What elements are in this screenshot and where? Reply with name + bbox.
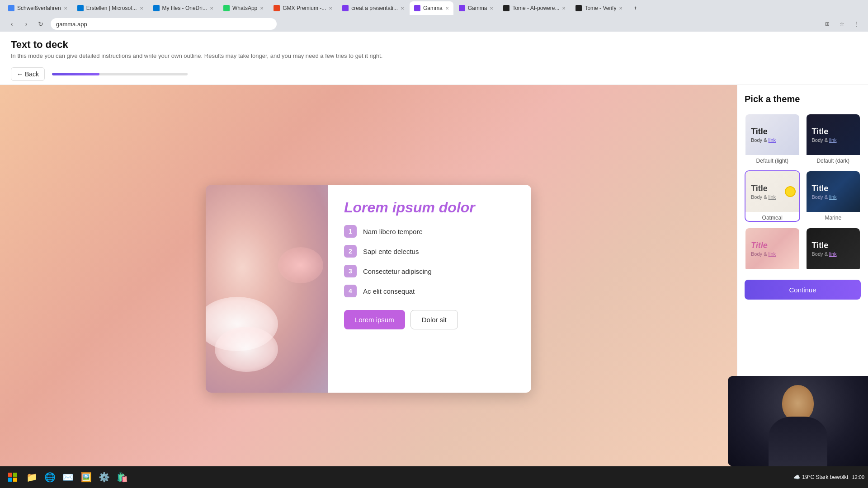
tab-favicon <box>576 5 582 11</box>
taskbar: 📁 🌐 ✉️ 🖼️ ⚙️ 🛍️ ☁️ 19°C Stark bewölkt 12… <box>0 466 868 488</box>
slide-items-list: 1 Nam libero tempore 2 Sapi ente delectu… <box>344 225 515 297</box>
tab-label: Erstellen | Microsof... <box>86 5 137 11</box>
taskbar-icon-files[interactable]: 📁 <box>24 469 40 485</box>
theme-card-pink[interactable]: Title Body & link <box>745 227 800 272</box>
cloud-decoration-2 <box>215 327 278 372</box>
weather-text: 19°C Stark bewölkt <box>802 474 848 480</box>
slide-number-1: 1 <box>344 225 357 238</box>
theme-link-oatmeal: link <box>769 194 776 200</box>
tab-creat-presentation[interactable]: creat a presentati... ✕ <box>338 1 409 15</box>
slide-image-panel <box>206 185 328 393</box>
tab-schweissverfahren[interactable]: Schweißverfahren ✕ <box>4 1 72 15</box>
person-head <box>782 385 814 421</box>
taskbar-icon-mail[interactable]: ✉️ <box>60 469 76 485</box>
tab-erstellen[interactable]: Erstellen | Microsof... ✕ <box>73 1 148 15</box>
theme-title-dark2: Title <box>812 241 855 250</box>
tab-favicon <box>77 5 84 11</box>
tab-close-icon[interactable]: ✕ <box>401 6 404 11</box>
tab-label: Tome - AI-powere... <box>512 5 559 11</box>
bookmark-button[interactable]: ☆ <box>835 18 848 30</box>
progress-bar-container <box>52 73 188 75</box>
svg-rect-0 <box>8 473 12 477</box>
back-nav-button[interactable]: ‹ <box>5 18 18 30</box>
tab-bar: Schweißverfahren ✕ Erstellen | Microsof.… <box>0 0 868 16</box>
tab-label: Schweißverfahren <box>17 5 61 11</box>
person-body <box>769 417 827 466</box>
taskbar-icon-photos[interactable]: 🖼️ <box>78 469 94 485</box>
taskbar-icon-settings[interactable]: ⚙️ <box>96 469 112 485</box>
slide-buttons: Lorem ipsum Dolor sit <box>344 310 515 329</box>
slide-number-3: 3 <box>344 265 357 277</box>
theme-title-oatmeal: Title <box>751 184 794 193</box>
slide-item-text-1: Nam libero tempore <box>363 228 423 235</box>
theme-link-default-dark: link <box>829 137 837 143</box>
webcam-feed <box>728 376 868 466</box>
tab-favicon <box>8 5 14 11</box>
tab-favicon <box>414 5 420 11</box>
tab-close-icon[interactable]: ✕ <box>329 6 332 11</box>
address-bar: ‹ › ↻ gamma.app ⊞ ☆ ⋮ <box>0 16 868 32</box>
url-bar[interactable]: gamma.app <box>51 18 277 30</box>
tab-gamma-active[interactable]: Gamma ✕ <box>410 1 453 15</box>
theme-card-default-light[interactable]: Title Body & link Default (light) <box>745 113 800 165</box>
taskbar-icon-store[interactable]: 🛍️ <box>114 469 130 485</box>
tab-label: creat a presentati... <box>351 5 398 11</box>
tab-gamma2[interactable]: Gamma ✕ <box>454 1 498 15</box>
slide-secondary-button[interactable]: Dolor sit <box>410 310 458 329</box>
tab-close-icon[interactable]: ✕ <box>64 6 67 11</box>
slide-item-1: 1 Nam libero tempore <box>344 225 515 238</box>
tab-favicon <box>503 5 509 11</box>
slide-item-text-3: Consectetur adipiscing <box>363 267 432 275</box>
tab-close-icon[interactable]: ✕ <box>562 6 566 11</box>
nav-buttons: ‹ › ↻ <box>5 18 47 30</box>
progress-area: ← Back <box>0 63 868 85</box>
tab-whatsapp[interactable]: WhatsApp ✕ <box>219 1 268 15</box>
tab-close-icon[interactable]: ✕ <box>445 6 449 11</box>
tab-gmx[interactable]: GMX Premium -... ✕ <box>269 1 337 15</box>
svg-rect-3 <box>13 478 17 482</box>
tab-favicon <box>153 5 160 11</box>
new-tab-button[interactable]: + <box>628 1 642 15</box>
slide-item-text-4: Ac elit consequat <box>363 287 415 295</box>
theme-body-dark2: Body & link <box>812 251 855 257</box>
slide-primary-button[interactable]: Lorem ipsum <box>344 310 405 329</box>
tab-close-icon[interactable]: ✕ <box>210 6 213 11</box>
tab-label: Gamma <box>423 5 443 11</box>
tab-favicon <box>459 5 465 11</box>
slide-item-3: 3 Consectetur adipiscing <box>344 265 515 277</box>
theme-link-pink: link <box>769 251 776 257</box>
webcam-overlay <box>728 376 868 466</box>
svg-rect-2 <box>8 478 12 482</box>
theme-body-default-light: Body & link <box>751 137 794 143</box>
tab-label: WhatsApp <box>232 5 257 11</box>
theme-card-default-dark[interactable]: Title Body & link Default (dark) <box>806 113 861 165</box>
browser-chrome: Schweißverfahren ✕ Erstellen | Microsof.… <box>0 0 868 32</box>
tab-close-icon[interactable]: ✕ <box>490 6 493 11</box>
theme-card-marine[interactable]: Title Body & link Marine <box>806 170 861 222</box>
theme-card-dark2[interactable]: Title Body & link <box>806 227 861 272</box>
slide-item-4: 4 Ac elit consequat <box>344 285 515 297</box>
tab-tome2[interactable]: Tome - Verify ✕ <box>571 1 627 15</box>
start-button[interactable] <box>4 468 22 486</box>
theme-title-default-light: Title <box>751 127 794 136</box>
back-button[interactable]: ← Back <box>11 67 45 81</box>
theme-card-oatmeal[interactable]: Title Body & link Oatmeal <box>745 170 800 222</box>
tab-close-icon[interactable]: ✕ <box>140 6 143 11</box>
settings-button[interactable]: ⋮ <box>850 18 863 30</box>
app-header: Text to deck In this mode you can give d… <box>0 32 868 63</box>
taskbar-right: ☁️ 19°C Stark bewölkt 12:00 <box>793 474 864 480</box>
tab-close-icon[interactable]: ✕ <box>619 6 623 11</box>
extensions-button[interactable]: ⊞ <box>821 18 834 30</box>
taskbar-icon-browser[interactable]: 🌐 <box>42 469 58 485</box>
tab-label: My files - OneDri... <box>162 5 207 11</box>
tab-close-icon[interactable]: ✕ <box>260 6 264 11</box>
tab-tome1[interactable]: Tome - AI-powere... ✕ <box>499 1 570 15</box>
cloud-decoration-3 <box>278 247 323 283</box>
continue-button[interactable]: Continue <box>745 280 861 300</box>
page-subtitle: In this mode you can give detailed instr… <box>11 52 382 59</box>
tab-onedrive[interactable]: My files - OneDri... ✕ <box>149 1 218 15</box>
forward-nav-button[interactable]: › <box>20 18 33 30</box>
reload-button[interactable]: ↻ <box>34 18 47 30</box>
preview-area: Lorem ipsum dolor 1 Nam libero tempore 2… <box>0 85 737 488</box>
theme-label-oatmeal: Oatmeal <box>745 215 799 221</box>
